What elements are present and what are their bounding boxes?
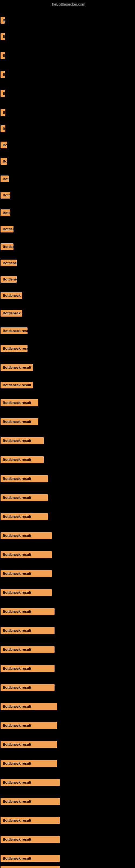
- list-item: Bottleneck result: [1, 589, 52, 596]
- list-item: Bottleneck result: [1, 142, 7, 148]
- list-item: Bottleneck result: [1, 532, 52, 539]
- list-item: Bottleneck result: [1, 741, 57, 748]
- list-item: Bottleneck result: [1, 551, 52, 558]
- list-item: Bottleneck result: [1, 33, 5, 40]
- list-item: Bottleneck result: [1, 17, 5, 24]
- list-item: Bottleneck result: [1, 71, 5, 78]
- list-item: Bottleneck result: [1, 192, 10, 198]
- site-title: TheBottlenecker.com: [0, 0, 135, 9]
- list-item: Bottleneck result: [1, 494, 48, 501]
- list-item: Bottleneck result: [1, 760, 57, 767]
- list-item: Bottleneck result: [1, 364, 33, 371]
- list-item: Bottleneck result: [1, 646, 54, 653]
- list-item: Bottleneck result: [1, 855, 60, 862]
- list-item: Bottleneck result: [1, 817, 60, 824]
- list-item: Bottleneck result: [1, 243, 13, 250]
- list-item: Bottleneck result: [1, 109, 5, 116]
- list-item: Bottleneck result: [1, 456, 44, 463]
- list-item: Bottleneck result: [1, 158, 7, 165]
- list-item: Bottleneck result: [1, 703, 57, 710]
- list-item: Bottleneck result: [1, 570, 52, 577]
- list-item: Bottleneck result: [1, 722, 57, 729]
- list-item: Bottleneck result: [1, 382, 33, 389]
- list-item: Bottleneck result: [1, 259, 17, 267]
- list-item: Bottleneck result: [1, 276, 17, 283]
- list-item: Bottleneck result: [1, 779, 60, 786]
- list-item: Bottleneck result: [1, 52, 5, 59]
- list-item: Bottleneck result: [1, 798, 60, 805]
- list-item: Bottleneck result: [1, 437, 44, 444]
- list-item: Bottleneck result: [1, 684, 54, 691]
- list-item: Bottleneck result: [1, 310, 22, 316]
- list-item: Bottleneck result: [1, 475, 48, 482]
- list-item: Bottleneck result: [1, 627, 54, 634]
- list-item: Bottleneck result: [1, 399, 38, 406]
- list-item: Bottleneck result: [1, 866, 60, 868]
- list-item: Bottleneck result: [1, 328, 28, 334]
- list-item: Bottleneck result: [1, 125, 5, 132]
- list-item: Bottleneck result: [1, 418, 38, 425]
- list-item: Bottleneck result: [1, 513, 48, 520]
- list-item: Bottleneck result: [1, 176, 9, 182]
- list-item: Bottleneck result: [1, 292, 22, 299]
- list-item: Bottleneck result: [1, 209, 10, 216]
- list-item: Bottleneck result: [1, 345, 28, 352]
- list-item: Bottleneck result: [1, 608, 54, 615]
- list-item: Bottleneck result: [1, 665, 54, 672]
- list-item: Bottleneck result: [1, 90, 5, 97]
- list-item: Bottleneck result: [1, 836, 60, 843]
- list-item: Bottleneck result: [1, 226, 13, 232]
